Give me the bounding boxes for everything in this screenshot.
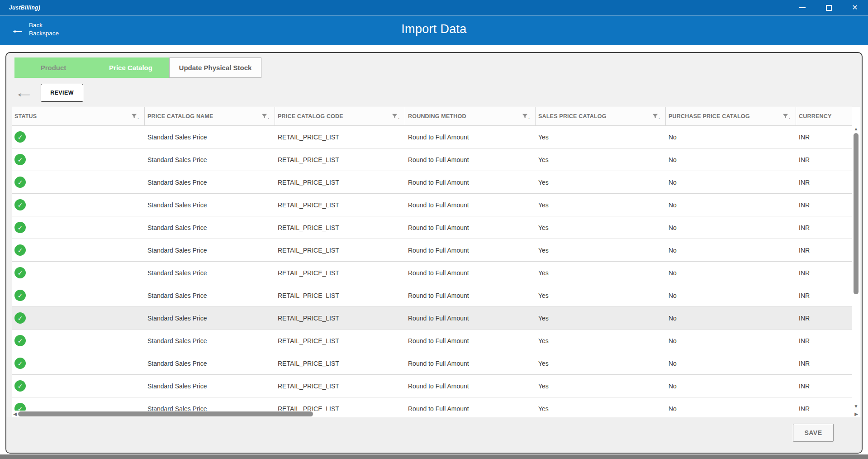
status-ok-icon: ✓: [14, 222, 26, 233]
cell-currency: INR: [796, 352, 852, 374]
filter-icon[interactable]: .: [652, 113, 660, 119]
cell-sales-price-catalog: Yes: [536, 194, 666, 216]
filter-icon[interactable]: .: [131, 113, 139, 119]
vertical-scrollbar-thumb[interactable]: [854, 133, 859, 294]
cell-price-catalog-code: RETAIL_PRICE_LIST: [275, 397, 405, 411]
table-row[interactable]: ✓Standard Sales PriceRETAIL_PRICE_LISTRo…: [12, 148, 852, 171]
cell-price-catalog-name: Standard Sales Price: [145, 262, 275, 284]
table-row[interactable]: ✓Standard Sales PriceRETAIL_PRICE_LISTRo…: [12, 171, 852, 194]
tab-update-physical-stock[interactable]: Update Physical Stock: [169, 57, 261, 78]
cell-price-catalog-name: Standard Sales Price: [145, 171, 275, 193]
cell-currency: INR: [796, 262, 852, 284]
column-header-purchase-price-catalog[interactable]: PURCHASE PRICE CATALOG .: [666, 107, 796, 125]
status-ok-icon: ✓: [14, 358, 26, 369]
table-row[interactable]: ✓Standard Sales PriceRETAIL_PRICE_LISTRo…: [12, 330, 852, 352]
app-logo: JustBilling): [0, 5, 40, 11]
horizontal-scrollbar[interactable]: ◀ ▶: [12, 411, 860, 417]
cell-price-catalog-code: RETAIL_PRICE_LIST: [275, 239, 405, 261]
close-button[interactable]: ✕: [842, 0, 868, 15]
column-header-rounding-method[interactable]: ROUNDING METHOD .: [405, 107, 536, 125]
table-row[interactable]: ✓Standard Sales PriceRETAIL_PRICE_LISTRo…: [12, 375, 852, 397]
filter-icon[interactable]: .: [522, 113, 530, 119]
cell-purchase-price-catalog: No: [666, 194, 796, 216]
cell-price-catalog-name: Standard Sales Price: [145, 284, 275, 306]
cell-sales-price-catalog: Yes: [536, 239, 666, 261]
maximize-button[interactable]: [816, 0, 842, 15]
cell-rounding-method: Round to Full Amount: [405, 194, 536, 216]
table-row[interactable]: ✓Standard Sales PriceRETAIL_PRICE_LISTRo…: [12, 397, 852, 411]
cell-purchase-price-catalog: No: [666, 397, 796, 411]
table-row[interactable]: ✓Standard Sales PriceRETAIL_PRICE_LISTRo…: [12, 194, 852, 216]
cell-currency: INR: [796, 307, 852, 329]
cell-purchase-price-catalog: No: [666, 330, 796, 352]
table-row[interactable]: ✓Standard Sales PriceRETAIL_PRICE_LISTRo…: [12, 239, 852, 262]
filter-icon[interactable]: .: [392, 113, 399, 119]
minimize-button[interactable]: [789, 0, 816, 15]
cell-currency: INR: [796, 126, 852, 148]
cell-price-catalog-name: Standard Sales Price: [145, 148, 275, 171]
table-row[interactable]: ✓Standard Sales PriceRETAIL_PRICE_LISTRo…: [12, 126, 852, 148]
status-ok-icon: ✓: [14, 290, 26, 301]
cell-rounding-method: Round to Full Amount: [405, 397, 536, 411]
scroll-right-icon[interactable]: ▶: [853, 411, 859, 417]
scroll-down-icon[interactable]: ▼: [852, 403, 860, 410]
table-row[interactable]: ✓Standard Sales PriceRETAIL_PRICE_LISTRo…: [12, 307, 852, 330]
tab-product[interactable]: Product: [14, 57, 92, 78]
cell-status: ✓: [12, 307, 145, 329]
status-ok-icon: ✓: [14, 335, 26, 346]
status-ok-icon: ✓: [14, 131, 26, 143]
column-header-price-catalog-code[interactable]: PRICE CATALOG CODE .: [275, 107, 405, 125]
table-row[interactable]: ✓Standard Sales PriceRETAIL_PRICE_LISTRo…: [12, 284, 852, 307]
scroll-left-icon[interactable]: ◀: [12, 411, 18, 417]
cell-sales-price-catalog: Yes: [536, 352, 666, 374]
cell-sales-price-catalog: Yes: [536, 171, 666, 193]
filter-icon[interactable]: .: [261, 113, 269, 119]
column-header-sales-price-catalog[interactable]: SALES PRICE CATALOG .: [536, 107, 666, 125]
cell-currency: INR: [796, 397, 852, 411]
page-title: Import Data: [0, 22, 868, 36]
cell-status: ✓: [12, 330, 145, 352]
status-ok-icon: ✓: [14, 267, 26, 278]
cell-status: ✓: [12, 352, 145, 374]
table-body: ✓Standard Sales PriceRETAIL_PRICE_LISTRo…: [12, 126, 852, 411]
scroll-up-icon[interactable]: ▲: [852, 126, 860, 132]
cell-currency: INR: [796, 284, 852, 306]
cell-status: ✓: [12, 148, 145, 171]
cell-status: ✓: [12, 397, 145, 411]
horizontal-scrollbar-thumb[interactable]: [18, 411, 313, 416]
table-header-row: STATUS . PRICE CATALOG NAME . PRICE CATA…: [12, 107, 852, 126]
cell-sales-price-catalog: Yes: [536, 148, 666, 171]
funnel-icon: [261, 113, 267, 119]
close-icon: ✕: [852, 4, 858, 11]
cell-currency: INR: [796, 194, 852, 216]
tab-price-catalog[interactable]: Price Catalog: [92, 57, 169, 78]
funnel-icon: [131, 113, 137, 119]
vertical-scrollbar[interactable]: ▲ ▼: [852, 126, 860, 411]
cell-currency: INR: [796, 330, 852, 352]
funnel-icon: [522, 113, 528, 119]
funnel-icon: [392, 113, 398, 119]
table-row[interactable]: ✓Standard Sales PriceRETAIL_PRICE_LISTRo…: [12, 216, 852, 239]
cell-sales-price-catalog: Yes: [536, 262, 666, 284]
import-panel: Product Price Catalog Update Physical St…: [5, 52, 863, 454]
cell-rounding-method: Round to Full Amount: [405, 262, 536, 284]
cell-price-catalog-name: Standard Sales Price: [145, 352, 275, 374]
filter-icon[interactable]: .: [783, 113, 790, 119]
cell-sales-price-catalog: Yes: [536, 216, 666, 239]
cell-price-catalog-code: RETAIL_PRICE_LIST: [275, 330, 405, 352]
table-row[interactable]: ✓Standard Sales PriceRETAIL_PRICE_LISTRo…: [12, 352, 852, 375]
cell-purchase-price-catalog: No: [666, 126, 796, 148]
column-header-price-catalog-name[interactable]: PRICE CATALOG NAME .: [145, 107, 275, 125]
save-button[interactable]: SAVE: [793, 424, 834, 442]
cell-currency: INR: [796, 148, 852, 171]
cell-purchase-price-catalog: No: [666, 262, 796, 284]
cell-status: ✓: [12, 126, 145, 148]
review-back-arrow-icon[interactable]: ←: [14, 87, 34, 99]
cell-currency: INR: [796, 171, 852, 193]
tab-bar: Product Price Catalog Update Physical St…: [14, 57, 261, 78]
table-row[interactable]: ✓Standard Sales PriceRETAIL_PRICE_LISTRo…: [12, 262, 852, 284]
column-header-status[interactable]: STATUS .: [12, 107, 145, 125]
column-header-currency[interactable]: CURRENCY: [796, 107, 852, 125]
review-button[interactable]: REVIEW: [41, 84, 83, 102]
cell-purchase-price-catalog: No: [666, 284, 796, 306]
